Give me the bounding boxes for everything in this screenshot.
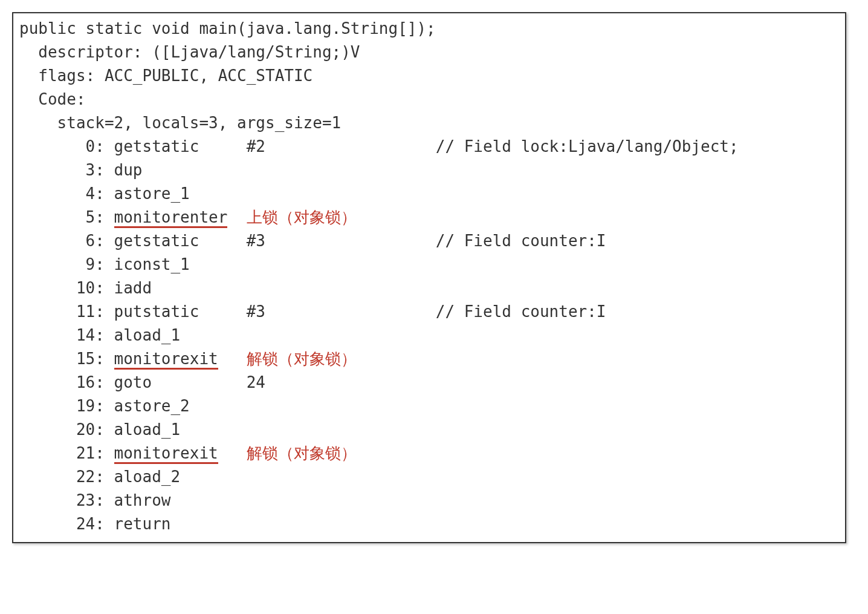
instr-5-prefix: 5: <box>19 208 114 226</box>
monitorexit-op-2: monitorexit <box>114 444 218 464</box>
instr-15-prefix: 15: <box>19 350 114 368</box>
instr-21-pad <box>218 444 247 462</box>
instr-9: 9: iconst_1 <box>19 253 839 276</box>
annotation-lock-exit-1: 解锁（对象锁） <box>247 350 357 368</box>
instr-3: 3: dup <box>19 158 839 182</box>
instr-15: 15: monitorexit 解锁（对象锁） <box>19 347 839 371</box>
method-signature: public static void main(java.lang.String… <box>19 17 839 41</box>
monitorenter-op: monitorenter <box>114 208 228 228</box>
instr-16: 16: goto 24 <box>19 371 839 394</box>
instr-6: 6: getstatic #3 // Field counter:I <box>19 229 839 253</box>
instr-21: 21: monitorexit 解锁（对象锁） <box>19 442 839 465</box>
instr-22: 22: aload_2 <box>19 465 839 489</box>
instr-15-pad <box>218 350 247 368</box>
descriptor-line: descriptor: ([Ljava/lang/String;)V <box>19 41 839 64</box>
instr-11: 11: putstatic #3 // Field counter:I <box>19 300 839 324</box>
code-label: Code: <box>19 88 839 111</box>
stack-line: stack=2, locals=3, args_size=1 <box>19 111 839 135</box>
flags-line: flags: ACC_PUBLIC, ACC_STATIC <box>19 64 839 88</box>
annotation-lock-exit-2: 解锁（对象锁） <box>247 444 357 462</box>
instr-5-pad <box>227 208 246 226</box>
instr-4: 4: astore_1 <box>19 182 839 206</box>
instr-14: 14: aload_1 <box>19 324 839 347</box>
instr-0: 0: getstatic #2 // Field lock:Ljava/lang… <box>19 135 839 158</box>
instr-21-prefix: 21: <box>19 444 114 462</box>
instr-23: 23: athrow <box>19 489 839 512</box>
instr-20: 20: aload_1 <box>19 418 839 442</box>
bytecode-block: public static void main(java.lang.String… <box>12 12 846 543</box>
instr-10: 10: iadd <box>19 276 839 300</box>
instr-24: 24: return <box>19 512 839 536</box>
instr-5: 5: monitorenter 上锁（对象锁） <box>19 206 839 229</box>
annotation-lock-enter: 上锁（对象锁） <box>247 208 357 226</box>
monitorexit-op-1: monitorexit <box>114 350 218 370</box>
instr-19: 19: astore_2 <box>19 394 839 418</box>
